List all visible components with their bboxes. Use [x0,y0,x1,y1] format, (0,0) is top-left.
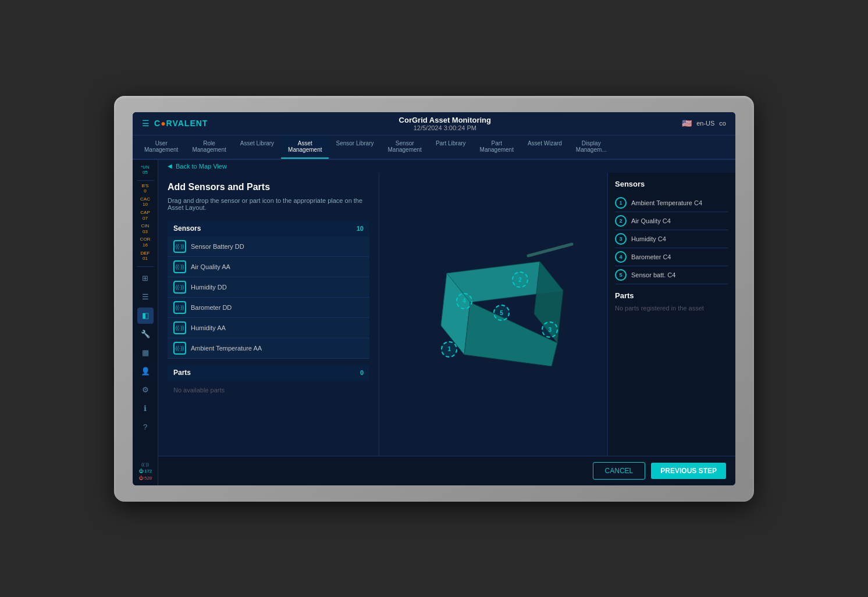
app-datetime: 12/5/2024 3:00:24 PM [399,124,491,131]
sidebar-loc-cin[interactable]: CIN03 [141,223,150,234]
sensor-name: Air Quality AA [191,263,230,270]
no-parts-message: No parts registered in the asset [615,305,728,312]
sensor-name: Sensor Battery DD [191,243,244,250]
center-panel: 1 2 3 4 5 [379,173,607,456]
cancel-button[interactable]: CANCEL [593,462,646,480]
list-item[interactable]: ((·)) Air Quality AA [168,257,369,277]
sensors-section-header: Sensors 10 [168,220,369,237]
parts-section: Parts 0 No available parts [168,364,369,399]
right-sensor-name: Sensor batt. C4 [631,271,675,278]
sidebar-loc-cac[interactable]: CAC10 [140,196,150,208]
right-sensor-name: Barometer C4 [631,253,671,260]
right-panel: Sensors 1 Ambient Temperature C4 2 Air Q… [607,173,735,456]
list-item[interactable]: ((·)) Sensor Battery DD [168,237,369,257]
app-header: ☰ C●RVALENT CorGrid Asset Monitoring 12/… [133,112,735,135]
tab-part-library[interactable]: Part Library [429,135,473,159]
sensor-num-badge: 5 [615,269,627,281]
power-value: ⏻ 172 [138,469,152,474]
sensor-name: Humidity AA [191,324,226,331]
list-item[interactable]: ((·)) Humidity DD [168,277,369,298]
sidebar-table-icon[interactable]: ▦ [137,345,154,361]
page-subtitle: Drag and drop the sensor or part icon to… [168,197,369,211]
sidebar-asset-icon[interactable]: ◧ [137,308,154,324]
sensor-dot-4[interactable]: 4 [456,293,472,309]
svg-line-0 [528,244,572,256]
device-frame: ☰ C●RVALENT CorGrid Asset Monitoring 12/… [114,96,754,502]
right-sensor-name: Air Quality C4 [631,217,671,224]
sidebar-loc-cor[interactable]: COR16 [140,237,151,248]
tab-part-management[interactable]: PartManagement [473,135,521,159]
flag-icon: 🇺🇸 [682,119,692,128]
sidebar-loc-cap[interactable]: CAP07 [140,210,150,221]
sensor-wave-icon: ((·)) [173,301,186,314]
sensor-wave-icon: ((·)) [173,260,186,273]
sidebar-loc-def[interactable]: DEF01 [141,251,150,262]
list-item: 1 Ambient Temperature C4 [615,194,728,212]
sidebar-grid-icon[interactable]: ⊞ [137,270,154,287]
sensor-dot-3[interactable]: 3 [542,321,558,338]
sensor-wave-icon: ((·)) [173,281,186,294]
left-panel: Add Sensors and Parts Drag and drop the … [158,173,379,456]
tab-role-management[interactable]: RoleManagement [185,135,233,159]
breadcrumb-label: Back to Map View [176,163,227,170]
content-area: ◀ Back to Map View Add Sensors and Parts… [158,160,735,485]
tab-user-management[interactable]: UserManagement [137,135,185,159]
user-indicator: co [719,120,726,127]
right-sensor-name: Humidity C4 [631,235,666,242]
sensor-name: Humidity DD [191,284,227,291]
sensor-num-badge: 1 [615,197,627,209]
footer: CANCEL PREVIOUS STEP [158,456,735,485]
app-title: CorGrid Asset Monitoring [399,116,491,124]
sidebar: *UN05 B'S0 CAC10 CAP07 CIN03 COR16 DEF01… [133,160,158,485]
sensor-num-badge: 2 [615,215,627,227]
sidebar-list-icon[interactable]: ☰ [137,289,154,305]
right-sensor-name: Ambient Temperature C4 [631,199,702,206]
sensor-num-badge: 3 [615,233,627,245]
navigation-tabs: UserManagement RoleManagement Asset Libr… [133,135,735,160]
sensor-num-badge: 4 [615,251,627,263]
sidebar-settings-icon[interactable]: ⚙ [137,382,154,398]
tab-asset-management[interactable]: AssetManagement [281,135,329,159]
page-title: Add Sensors and Parts [168,182,369,192]
previous-step-button[interactable]: PREVIOUS STEP [651,463,726,479]
parts-count: 0 [360,369,364,376]
battery-value: ⏻ 528 [138,476,152,481]
tab-asset-library[interactable]: Asset Library [233,135,281,159]
sensor-wave-icon: ((·)) [173,321,186,334]
sensor-dot-1[interactable]: 1 [441,341,457,358]
tab-display-management[interactable]: DisplayManagem... [569,135,614,159]
sensor-wave-icon: ((·)) [173,240,186,253]
screen: ☰ C●RVALENT CorGrid Asset Monitoring 12/… [133,112,735,485]
sensor-dot-2[interactable]: 2 [512,271,528,288]
list-item: 5 Sensor batt. C4 [615,266,728,284]
language-selector[interactable]: en-US [696,120,714,127]
breadcrumb[interactable]: ◀ Back to Map View [158,160,735,173]
list-item[interactable]: ((·)) Ambient Temperature AA [168,338,369,359]
app-logo: C●RVALENT [154,119,208,128]
tab-sensor-management[interactable]: SensorManagement [381,135,429,159]
signal-icon: ((·)) [141,462,149,467]
sidebar-loc-bs[interactable]: B'S0 [141,183,148,194]
sidebar-help-icon[interactable]: ? [137,419,154,435]
list-item[interactable]: ((·)) Humidity AA [168,318,369,338]
parts-empty-message: No available parts [168,381,369,399]
sidebar-info-icon[interactable]: ℹ [137,401,154,417]
sensor-list: ((·)) Sensor Battery DD ((·)) Air Qualit… [168,237,369,359]
list-item: 2 Air Quality C4 [615,212,728,230]
tab-asset-wizard[interactable]: Asset Wizard [521,135,569,159]
sidebar-wrench-icon[interactable]: 🔧 [137,326,154,342]
sensors-count: 10 [357,225,364,232]
sidebar-loc-un[interactable]: *UN05 [141,165,150,176]
right-parts-title: Parts [615,291,728,300]
sensor-name: Barometer DD [191,304,232,311]
list-item: 4 Barometer C4 [615,248,728,266]
main-layout: *UN05 B'S0 CAC10 CAP07 CIN03 COR16 DEF01… [133,160,735,485]
menu-icon[interactable]: ☰ [142,119,150,128]
right-sensors-title: Sensors [615,180,728,188]
tab-sensor-library[interactable]: Sensor Library [329,135,380,159]
sensor-wave-icon: ((·)) [173,342,186,355]
sidebar-user-icon[interactable]: 👤 [137,363,154,380]
sensors-label: Sensors [173,224,201,233]
list-item[interactable]: ((·)) Barometer DD [168,298,369,318]
list-item: 3 Humidity C4 [615,230,728,248]
